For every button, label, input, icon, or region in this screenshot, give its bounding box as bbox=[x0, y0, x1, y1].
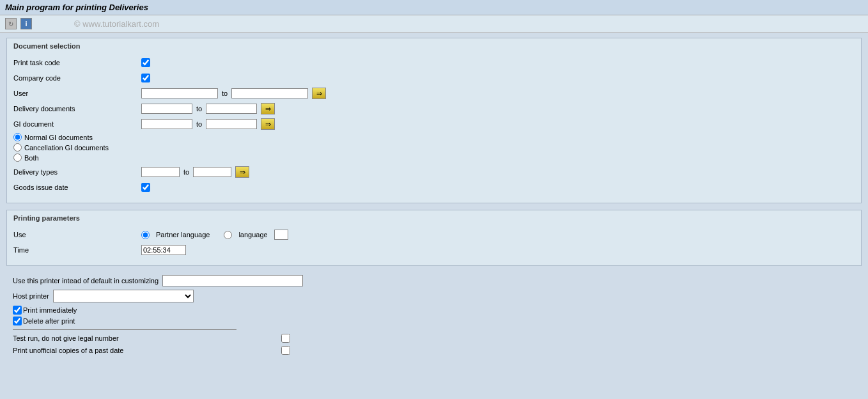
gi-document-row: GI document to ⇒ bbox=[13, 118, 855, 130]
partner-language-radio[interactable] bbox=[141, 231, 150, 239]
print-unofficial-row: Print unofficial copies of a past date bbox=[13, 346, 855, 355]
main-content: Document selection Print task code Compa… bbox=[0, 33, 868, 366]
user-input-to[interactable] bbox=[231, 88, 308, 98]
user-arrow-btn[interactable]: ⇒ bbox=[312, 88, 326, 99]
time-label: Time bbox=[13, 246, 141, 254]
normal-gi-row: Normal GI documents bbox=[13, 133, 855, 141]
goods-issue-date-checkbox[interactable] bbox=[141, 183, 150, 192]
user-to-label: to bbox=[222, 90, 228, 97]
printer-label: Use this printer intead of default in cu… bbox=[13, 277, 159, 285]
back-icon[interactable]: ↻ bbox=[5, 18, 17, 29]
both-radio[interactable] bbox=[13, 153, 22, 162]
print-immediately-checkbox[interactable] bbox=[13, 306, 22, 315]
goods-issue-date-row: Goods issue date bbox=[13, 181, 855, 194]
user-row: User to ⇒ bbox=[13, 87, 855, 100]
cancellation-gi-label: Cancellation GI documents bbox=[24, 144, 109, 152]
time-input[interactable] bbox=[141, 245, 186, 255]
gi-document-input-from[interactable] bbox=[141, 119, 192, 129]
printer-row: Use this printer intead of default in cu… bbox=[13, 275, 855, 286]
language-input[interactable] bbox=[274, 230, 288, 240]
info-icon[interactable]: i bbox=[20, 18, 32, 29]
host-printer-row: Host printer bbox=[13, 290, 855, 302]
delivery-to-label: to bbox=[196, 105, 202, 113]
language-radio[interactable] bbox=[224, 231, 232, 239]
print-task-code-row: Print task code bbox=[13, 56, 855, 69]
delete-after-print-label: Delete after print bbox=[23, 317, 75, 325]
gi-document-arrow-btn[interactable]: ⇒ bbox=[261, 118, 275, 130]
print-immediately-row: Print immediately bbox=[13, 306, 855, 315]
host-printer-select[interactable] bbox=[53, 290, 194, 302]
company-code-row: Company code bbox=[13, 72, 855, 84]
user-label: User bbox=[13, 90, 141, 97]
use-label: Use bbox=[13, 231, 141, 239]
outside-section: Use this printer intead of default in cu… bbox=[6, 272, 862, 361]
delivery-types-input-from[interactable] bbox=[141, 167, 180, 177]
printer-input[interactable] bbox=[162, 275, 303, 286]
print-unofficial-checkbox[interactable] bbox=[281, 346, 290, 355]
printing-parameters-title: Printing parameters bbox=[13, 214, 855, 223]
printing-parameters-section: Printing parameters Use Partner language… bbox=[6, 210, 862, 266]
time-row: Time bbox=[13, 244, 855, 256]
language-label: language bbox=[238, 231, 267, 239]
delivery-documents-input-from[interactable] bbox=[141, 104, 192, 114]
both-row: Both bbox=[13, 153, 855, 162]
print-immediately-label: Print immediately bbox=[23, 306, 77, 314]
delivery-documents-row: Delivery documents to ⇒ bbox=[13, 102, 855, 115]
delivery-types-row: Delivery types to ⇒ bbox=[13, 166, 855, 178]
normal-gi-label: Normal GI documents bbox=[24, 134, 93, 141]
delivery-documents-label: Delivery documents bbox=[13, 105, 141, 113]
print-task-code-label: Print task code bbox=[13, 59, 141, 66]
company-code-label: Company code bbox=[13, 74, 141, 82]
use-row: Use Partner language language bbox=[13, 228, 855, 241]
both-label: Both bbox=[24, 154, 39, 162]
toolbar: ↻ i © www.tutorialkart.com bbox=[0, 15, 868, 33]
delivery-types-input-to[interactable] bbox=[193, 167, 231, 177]
cancellation-gi-row: Cancellation GI documents bbox=[13, 143, 855, 152]
delivery-types-arrow-btn[interactable]: ⇒ bbox=[235, 166, 249, 178]
document-selection-section: Document selection Print task code Compa… bbox=[6, 38, 862, 203]
gi-to-label: to bbox=[196, 120, 202, 128]
cancellation-gi-radio[interactable] bbox=[13, 143, 22, 152]
title-text: Main program for printing Deliveries bbox=[5, 3, 148, 12]
delivery-documents-input-to[interactable] bbox=[206, 104, 257, 114]
host-printer-label: Host printer bbox=[13, 292, 49, 300]
watermark-text: © www.tutorialkart.com bbox=[74, 19, 159, 29]
normal-gi-radio[interactable] bbox=[13, 133, 22, 141]
print-task-code-checkbox[interactable] bbox=[141, 58, 150, 67]
gi-document-input-to[interactable] bbox=[206, 119, 257, 129]
gi-document-label: GI document bbox=[13, 120, 141, 128]
delivery-documents-arrow-btn[interactable]: ⇒ bbox=[261, 103, 275, 114]
test-run-label: Test run, do not give legal number bbox=[13, 334, 281, 342]
document-selection-title: Document selection bbox=[13, 42, 855, 51]
partner-language-label: Partner language bbox=[156, 231, 210, 239]
test-run-row: Test run, do not give legal number bbox=[13, 334, 855, 343]
title-bar: Main program for printing Deliveries bbox=[0, 0, 868, 15]
print-unofficial-label: Print unofficial copies of a past date bbox=[13, 347, 281, 354]
company-code-checkbox[interactable] bbox=[141, 74, 150, 82]
user-input-from[interactable] bbox=[141, 88, 218, 98]
delivery-types-to-label: to bbox=[183, 168, 189, 176]
divider bbox=[13, 329, 236, 330]
test-run-checkbox[interactable] bbox=[281, 334, 290, 343]
delete-after-print-row: Delete after print bbox=[13, 317, 855, 325]
delete-after-print-checkbox[interactable] bbox=[13, 317, 22, 325]
goods-issue-date-label: Goods issue date bbox=[13, 184, 141, 191]
delivery-types-label: Delivery types bbox=[13, 168, 141, 176]
